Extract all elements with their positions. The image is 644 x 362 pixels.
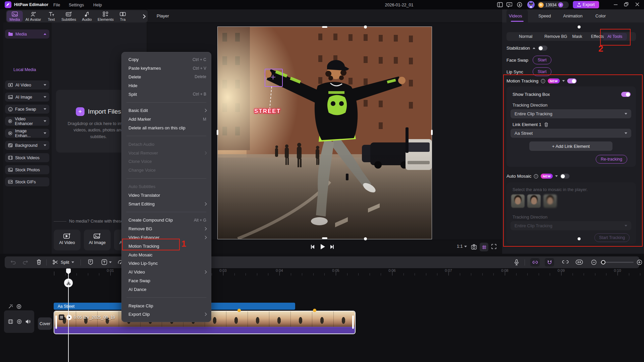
canvas-handle-right[interactable]: [431, 130, 433, 135]
tab-media[interactable]: Media: [7, 11, 23, 22]
show-tracking-box-toggle[interactable]: [621, 92, 631, 97]
track-visibility-icon[interactable]: [17, 319, 22, 324]
tracking-box[interactable]: [265, 69, 283, 87]
tracking-direction-select[interactable]: Entire Clip Tracking: [511, 109, 631, 118]
next-frame-button[interactable]: [330, 244, 334, 249]
canvas-handle-top-right[interactable]: [578, 25, 581, 28]
tabs-scroll-right-icon[interactable]: [143, 14, 147, 19]
menu-item-remove-bg[interactable]: Remove BG: [122, 225, 211, 233]
redo-icon[interactable]: [22, 259, 29, 265]
video-canvas[interactable]: [218, 27, 432, 239]
menu-item-delete-all-markers[interactable]: Delete all markers on this clip: [122, 124, 211, 132]
info-icon[interactable]: [534, 174, 538, 179]
close-button[interactable]: [635, 2, 639, 6]
link-clips-icon[interactable]: [530, 258, 540, 266]
magnet-snap-icon[interactable]: [545, 258, 554, 266]
play-button[interactable]: [320, 244, 325, 250]
menu-settings[interactable]: Settings: [69, 3, 84, 7]
stabilization-toggle[interactable]: [538, 46, 547, 51]
re-tracking-button[interactable]: Re-tracking: [596, 155, 627, 164]
subtab-ai-tools[interactable]: AI Tools: [607, 34, 622, 39]
feedback-icon[interactable]: [506, 2, 512, 7]
delete-link-icon[interactable]: [544, 122, 548, 127]
link-element-select[interactable]: Aa Street: [511, 129, 631, 138]
menu-item-add-marker[interactable]: Add MarkerM: [122, 115, 211, 124]
menu-item-copy[interactable]: CopyCtrl + C: [122, 55, 211, 64]
menu-item-basic-edit[interactable]: Basic Edit: [122, 106, 211, 115]
snapshot-icon[interactable]: [471, 244, 477, 250]
marker-icon[interactable]: [88, 259, 93, 265]
unlink-clips-icon[interactable]: [562, 259, 569, 264]
canvas-handle-top-left[interactable]: [364, 25, 367, 28]
menu-item-face-swap[interactable]: Face Swap: [122, 277, 211, 285]
linked-text-element[interactable]: STREET: [254, 108, 281, 115]
restore-button[interactable]: [624, 2, 629, 7]
playhead-split-cursor[interactable]: [64, 279, 73, 287]
menu-item-paste-keyframes[interactable]: Paste keyframesCtrl + V: [122, 64, 211, 73]
menu-item-split[interactable]: SplitCtrl + B: [122, 90, 211, 99]
mosaic-face-thumb[interactable]: [511, 194, 525, 208]
timeline-zoom-slider[interactable]: [600, 262, 634, 263]
canvas-handle-bottom-left[interactable]: [364, 237, 367, 240]
sidebar-item-ai-image[interactable]: AI Image: [5, 93, 49, 102]
zoom-in-icon[interactable]: [637, 259, 642, 265]
export-button[interactable]: Export: [573, 1, 599, 8]
menu-item-video-lip-sync[interactable]: Video Lip-Sync: [122, 259, 211, 268]
clip-trim-handle-right[interactable]: [352, 315, 354, 329]
text-tool-button[interactable]: [101, 259, 112, 265]
sidebar-item-image-enhancer[interactable]: Image Enhan...: [5, 129, 49, 138]
track-magic-icon[interactable]: [8, 304, 13, 309]
delete-clip-icon[interactable]: [36, 259, 42, 265]
subtab-effects[interactable]: Effects: [591, 34, 604, 39]
sidebar-item-stock-videos[interactable]: Stock Videos: [5, 153, 49, 162]
menu-item-ai-dance[interactable]: AI Dance: [122, 285, 211, 294]
keyframe-marker[interactable]: [237, 309, 241, 312]
tab-color[interactable]: Color: [595, 13, 606, 18]
face-swap-start-button[interactable]: Start: [533, 56, 551, 64]
menu-item-video-enhancer[interactable]: Video Enhancer: [122, 233, 211, 242]
create-ai-video-button[interactable]: AI Video: [54, 230, 80, 250]
lip-sync-start-button[interactable]: Start: [533, 67, 551, 76]
canvas-handle-bottom-right[interactable]: [578, 237, 581, 240]
collapse-icon[interactable]: [533, 47, 535, 49]
fullscreen-icon[interactable]: [491, 244, 497, 249]
menu-item-delete[interactable]: DeleteDelete: [122, 73, 211, 81]
chevron-down-icon[interactable]: [562, 80, 565, 82]
mosaic-face-thumb[interactable]: [527, 194, 541, 208]
tab-text[interactable]: Text: [44, 11, 59, 22]
menu-item-video-translator[interactable]: Video Translator: [122, 191, 211, 199]
canvas-handle-top[interactable]: [322, 26, 327, 28]
sidebar-item-stock-gifs[interactable]: Stock GIFs: [5, 177, 49, 186]
tab-animation[interactable]: Animation: [563, 13, 583, 18]
clip-trim-handle-left[interactable]: [55, 315, 57, 329]
track-visibility-icon[interactable]: [16, 304, 21, 309]
menu-item-smart-editing[interactable]: Smart Editing: [122, 199, 211, 208]
sidebar-item-face-swap[interactable]: Face Swap: [5, 105, 49, 114]
zoom-slider-knob[interactable]: [601, 260, 605, 264]
cover-button[interactable]: Cover: [38, 317, 52, 330]
create-ai-image-button[interactable]: AI Image: [84, 230, 111, 250]
tab-videos[interactable]: Videos: [509, 13, 522, 18]
tab-elements[interactable]: Elements: [95, 11, 116, 22]
tab-transitions[interactable]: Tra: [116, 11, 129, 22]
split-button[interactable]: Split: [52, 259, 74, 265]
subtab-mask[interactable]: Mask: [572, 34, 582, 39]
coin-balance[interactable]: AI 13934 +: [537, 1, 569, 8]
track-mute-icon[interactable]: [25, 319, 31, 324]
undo-icon[interactable]: [10, 259, 16, 265]
mosaic-face-thumb[interactable]: [543, 194, 557, 208]
sidebar-item-media[interactable]: Media: [5, 29, 49, 39]
sidebar-item-local-media[interactable]: Local Media: [13, 67, 36, 72]
zoom-level-select[interactable]: 1:1: [457, 244, 467, 249]
minimize-button[interactable]: [613, 2, 618, 7]
keyframe-marker[interactable]: [313, 309, 316, 312]
subtab-normal[interactable]: Normal: [519, 34, 532, 39]
previous-frame-button[interactable]: [310, 244, 315, 249]
menu-item-auto-mosaic[interactable]: Auto Mosaic: [122, 250, 211, 259]
sidebar-item-ai-video[interactable]: AI Video: [5, 80, 49, 89]
layout-icon[interactable]: [497, 2, 503, 7]
tab-ai-avatar[interactable]: AI Avatar: [23, 11, 44, 22]
menu-item-ai-video[interactable]: AI Video: [122, 268, 211, 277]
user-avatar[interactable]: [527, 1, 535, 8]
download-icon[interactable]: [517, 2, 522, 7]
